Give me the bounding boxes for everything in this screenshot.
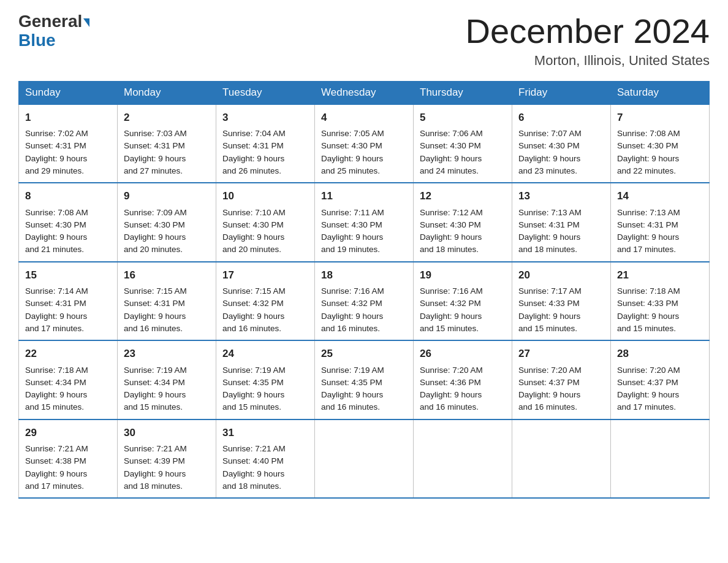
day-cell: 20 Sunrise: 7:17 AMSunset: 4:33 PMDaylig… xyxy=(512,262,611,341)
week-row-5: 29 Sunrise: 7:21 AMSunset: 4:38 PMDaylig… xyxy=(19,419,710,499)
day-info: Sunrise: 7:08 AMSunset: 4:30 PMDaylight:… xyxy=(617,129,680,175)
day-info: Sunrise: 7:05 AMSunset: 4:30 PMDaylight:… xyxy=(321,129,384,175)
header-row: SundayMondayTuesdayWednesdayThursdayFrid… xyxy=(19,81,710,104)
day-number: 20 xyxy=(518,267,604,283)
day-cell: 14 Sunrise: 7:13 AMSunset: 4:31 PMDaylig… xyxy=(611,183,710,262)
day-cell: 18 Sunrise: 7:16 AMSunset: 4:32 PMDaylig… xyxy=(315,262,414,341)
day-cell xyxy=(512,419,611,499)
day-number: 1 xyxy=(25,110,111,126)
month-title: December 2024 xyxy=(466,12,710,50)
week-row-4: 22 Sunrise: 7:18 AMSunset: 4:34 PMDaylig… xyxy=(19,340,710,419)
header-day-saturday: Saturday xyxy=(611,81,710,104)
day-cell: 17 Sunrise: 7:15 AMSunset: 4:32 PMDaylig… xyxy=(216,262,315,341)
day-cell: 5 Sunrise: 7:06 AMSunset: 4:30 PMDayligh… xyxy=(414,104,512,183)
header-day-thursday: Thursday xyxy=(414,81,512,104)
day-cell: 31 Sunrise: 7:21 AMSunset: 4:40 PMDaylig… xyxy=(216,419,315,499)
day-number: 7 xyxy=(617,110,703,126)
day-info: Sunrise: 7:08 AMSunset: 4:30 PMDaylight:… xyxy=(25,208,88,255)
day-number: 22 xyxy=(25,346,111,362)
day-number: 3 xyxy=(222,110,308,126)
day-number: 26 xyxy=(420,346,506,362)
day-info: Sunrise: 7:16 AMSunset: 4:32 PMDaylight:… xyxy=(321,286,384,333)
day-number: 4 xyxy=(321,110,407,126)
header-day-sunday: Sunday xyxy=(19,81,118,104)
calendar-body: 1 Sunrise: 7:02 AMSunset: 4:31 PMDayligh… xyxy=(19,104,710,499)
title-block: December 2024 Morton, Illinois, United S… xyxy=(466,12,710,69)
day-info: Sunrise: 7:17 AMSunset: 4:33 PMDaylight:… xyxy=(518,286,582,333)
day-info: Sunrise: 7:09 AMSunset: 4:30 PMDaylight:… xyxy=(124,208,187,255)
day-number: 17 xyxy=(222,267,308,283)
day-number: 13 xyxy=(518,188,604,204)
day-info: Sunrise: 7:21 AMSunset: 4:38 PMDaylight:… xyxy=(25,444,88,491)
day-number: 28 xyxy=(617,346,703,362)
location-title: Morton, Illinois, United States xyxy=(466,53,710,69)
day-number: 25 xyxy=(321,346,407,362)
header-day-monday: Monday xyxy=(118,81,216,104)
day-cell: 25 Sunrise: 7:19 AMSunset: 4:35 PMDaylig… xyxy=(315,340,414,419)
day-number: 12 xyxy=(420,188,506,204)
day-cell: 26 Sunrise: 7:20 AMSunset: 4:36 PMDaylig… xyxy=(414,340,512,419)
day-info: Sunrise: 7:15 AMSunset: 4:32 PMDaylight:… xyxy=(222,286,286,333)
day-info: Sunrise: 7:19 AMSunset: 4:35 PMDaylight:… xyxy=(222,366,286,412)
day-cell: 10 Sunrise: 7:10 AMSunset: 4:30 PMDaylig… xyxy=(216,183,315,262)
day-info: Sunrise: 7:20 AMSunset: 4:36 PMDaylight:… xyxy=(420,366,483,412)
day-info: Sunrise: 7:13 AMSunset: 4:31 PMDaylight:… xyxy=(518,208,582,255)
calendar-table: SundayMondayTuesdayWednesdayThursdayFrid… xyxy=(18,81,710,499)
header-day-friday: Friday xyxy=(512,81,611,104)
day-cell: 12 Sunrise: 7:12 AMSunset: 4:30 PMDaylig… xyxy=(414,183,512,262)
day-info: Sunrise: 7:19 AMSunset: 4:35 PMDaylight:… xyxy=(321,366,384,412)
day-cell: 13 Sunrise: 7:13 AMSunset: 4:31 PMDaylig… xyxy=(512,183,611,262)
logo-line1: General xyxy=(18,12,89,31)
day-cell: 7 Sunrise: 7:08 AMSunset: 4:30 PMDayligh… xyxy=(611,104,710,183)
logo: General Blue xyxy=(18,12,89,50)
day-number: 19 xyxy=(420,267,506,283)
day-info: Sunrise: 7:07 AMSunset: 4:30 PMDaylight:… xyxy=(518,129,582,175)
day-cell: 6 Sunrise: 7:07 AMSunset: 4:30 PMDayligh… xyxy=(512,104,611,183)
day-info: Sunrise: 7:20 AMSunset: 4:37 PMDaylight:… xyxy=(617,366,680,412)
day-number: 15 xyxy=(25,267,111,283)
day-cell: 30 Sunrise: 7:21 AMSunset: 4:39 PMDaylig… xyxy=(118,419,216,499)
day-info: Sunrise: 7:13 AMSunset: 4:31 PMDaylight:… xyxy=(617,208,680,255)
day-info: Sunrise: 7:03 AMSunset: 4:31 PMDaylight:… xyxy=(124,129,187,175)
day-cell: 4 Sunrise: 7:05 AMSunset: 4:30 PMDayligh… xyxy=(315,104,414,183)
day-info: Sunrise: 7:19 AMSunset: 4:34 PMDaylight:… xyxy=(124,366,187,412)
day-number: 14 xyxy=(617,188,703,204)
day-cell: 3 Sunrise: 7:04 AMSunset: 4:31 PMDayligh… xyxy=(216,104,315,183)
logo-line2: Blue xyxy=(18,31,56,50)
day-number: 24 xyxy=(222,346,308,362)
day-number: 21 xyxy=(617,267,703,283)
day-cell xyxy=(611,419,710,499)
calendar-header: SundayMondayTuesdayWednesdayThursdayFrid… xyxy=(19,81,710,104)
day-number: 2 xyxy=(124,110,210,126)
day-number: 16 xyxy=(124,267,210,283)
day-info: Sunrise: 7:02 AMSunset: 4:31 PMDaylight:… xyxy=(25,129,88,175)
day-cell: 21 Sunrise: 7:18 AMSunset: 4:33 PMDaylig… xyxy=(611,262,710,341)
day-info: Sunrise: 7:21 AMSunset: 4:39 PMDaylight:… xyxy=(124,444,187,491)
day-cell xyxy=(315,419,414,499)
day-cell: 2 Sunrise: 7:03 AMSunset: 4:31 PMDayligh… xyxy=(118,104,216,183)
day-number: 8 xyxy=(25,188,111,204)
day-info: Sunrise: 7:04 AMSunset: 4:31 PMDaylight:… xyxy=(222,129,286,175)
day-cell: 15 Sunrise: 7:14 AMSunset: 4:31 PMDaylig… xyxy=(19,262,118,341)
day-info: Sunrise: 7:06 AMSunset: 4:30 PMDaylight:… xyxy=(420,129,483,175)
day-info: Sunrise: 7:20 AMSunset: 4:37 PMDaylight:… xyxy=(518,366,582,412)
day-info: Sunrise: 7:11 AMSunset: 4:30 PMDaylight:… xyxy=(321,208,384,255)
week-row-2: 8 Sunrise: 7:08 AMSunset: 4:30 PMDayligh… xyxy=(19,183,710,262)
day-number: 6 xyxy=(518,110,604,126)
header-day-tuesday: Tuesday xyxy=(216,81,315,104)
day-number: 5 xyxy=(420,110,506,126)
day-cell: 1 Sunrise: 7:02 AMSunset: 4:31 PMDayligh… xyxy=(19,104,118,183)
day-cell: 22 Sunrise: 7:18 AMSunset: 4:34 PMDaylig… xyxy=(19,340,118,419)
day-cell: 28 Sunrise: 7:20 AMSunset: 4:37 PMDaylig… xyxy=(611,340,710,419)
day-info: Sunrise: 7:21 AMSunset: 4:40 PMDaylight:… xyxy=(222,444,286,491)
day-info: Sunrise: 7:18 AMSunset: 4:33 PMDaylight:… xyxy=(617,286,680,333)
day-cell: 24 Sunrise: 7:19 AMSunset: 4:35 PMDaylig… xyxy=(216,340,315,419)
day-info: Sunrise: 7:12 AMSunset: 4:30 PMDaylight:… xyxy=(420,208,483,255)
header-day-wednesday: Wednesday xyxy=(315,81,414,104)
day-info: Sunrise: 7:10 AMSunset: 4:30 PMDaylight:… xyxy=(222,208,286,255)
week-row-3: 15 Sunrise: 7:14 AMSunset: 4:31 PMDaylig… xyxy=(19,262,710,341)
page-header: General Blue December 2024 Morton, Illin… xyxy=(18,12,710,69)
day-cell xyxy=(414,419,512,499)
day-number: 27 xyxy=(518,346,604,362)
day-info: Sunrise: 7:18 AMSunset: 4:34 PMDaylight:… xyxy=(25,366,88,412)
